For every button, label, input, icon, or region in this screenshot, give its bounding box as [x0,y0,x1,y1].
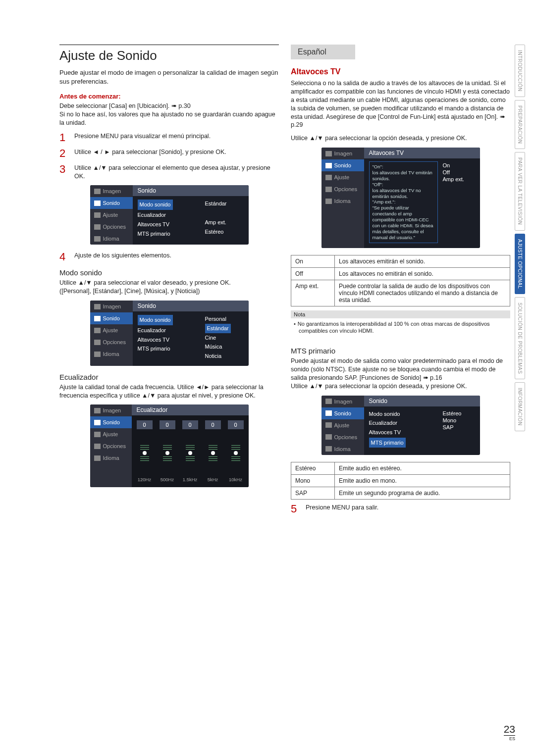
osd-tab-sonido: Sonido [90,197,133,209]
step-text: Utilice ◄ / ► para seleccionar [Sonido],… [74,148,279,156]
eq-value: 0 [205,420,221,429]
eq-value: 0 [182,420,198,429]
osd-values: Estéreo Mono SAP [443,409,475,449]
page-title: Ajuste de Sonido [59,48,279,63]
settings-icon [325,175,332,180]
osd-tab-idioma: Idioma [90,452,132,464]
altavoces-table: OnLos altavoces emitirán el sonido. OffL… [291,255,510,306]
osd-tab-imagen: Imagen [321,148,364,159]
settings-icon [94,212,101,218]
section-tab-active: AJUSTE OPCIONAL [515,234,525,294]
section-tab: INFORMACIÓN [515,382,525,431]
page-number: 23 ES [504,723,515,741]
osd-items: Modo sonido Ecualizador Altavoces TV MTS… [138,199,202,238]
osd-sonido-2: Imagen Sonido Ajuste Opciones Idioma Son… [90,301,249,365]
osd-title: Sonido [133,301,249,311]
osd-title: Sonido [364,396,480,406]
step-number: 1 [59,132,69,143]
osd-tab-sonido: Sonido [321,159,364,171]
osd-sidebar: Imagen Sonido Ajuste Opciones Idioma [90,404,132,487]
before-body: Debe seleccionar [Casa] en [Ubicación]. … [59,102,279,127]
intro-text: Puede ajustar el modo de imagen o person… [59,68,279,86]
options-icon [325,187,332,192]
eq-slider [228,434,244,472]
eq-slider [137,434,153,472]
altavoces-body: Selecciona o no la salida de audio a tra… [291,79,510,129]
mts-body: Puede ajustar el modo de salida como val… [291,357,510,391]
step-5: 5 Presione MENU para salir. [291,504,510,514]
step-text: Utilice ▲/▼ para seleccionar el elemento… [74,164,279,181]
options-icon [94,224,101,230]
mts-table: EstéreoEmite audio en estéreo. MonoEmite… [291,462,510,500]
step-number: 2 [59,148,69,159]
osd-title: Ecualizador [132,404,249,415]
step-number: 5 [291,504,301,514]
language-icon [94,352,101,357]
eq-slider [160,434,175,472]
options-icon [94,340,101,345]
osd-tab-ajuste: Ajuste [90,428,132,440]
picture-icon [325,399,332,404]
language-icon [325,199,332,204]
options-icon [94,444,101,449]
eq-body: Ajuste la calidad tonal de cada frecuenc… [59,383,279,400]
table-row: SAPEmite un segundo programa de audio. [291,487,510,499]
section-tab: PARA VER LA TELEVISIÓN [515,152,525,230]
eq-value: 0 [160,420,175,429]
sound-icon [94,201,101,206]
language-icon [94,455,101,461]
osd-altavoces: Imagen Sonido Ajuste Opciones Idioma Alt… [321,148,480,248]
table-row: MonoEmite audio en mono. [291,474,510,487]
osd-tab-sonido: Sonido [90,312,133,324]
osd-tab-ajuste: Ajuste [321,171,364,183]
osd-tab-opciones: Opciones [321,183,364,195]
osd-tab-ajuste: Ajuste [90,209,133,221]
language-icon [94,236,101,242]
eq-value: 0 [228,420,244,429]
osd-sonido-1: Imagen Sonido Ajuste Opciones Idioma Son… [90,185,249,245]
osd-tab-ajuste: Ajuste [321,419,364,431]
options-icon [325,434,332,440]
picture-icon [94,304,101,309]
language-tab: Español [291,45,355,59]
altavoces-body2: Utilice ▲/▼ para seleccionar la opción d… [291,134,510,143]
altavoces-heading: Altavoces TV [291,67,510,76]
eq-value: 0 [137,420,153,429]
osd-mts: Imagen Sonido Ajuste Opciones Idioma Son… [321,396,480,455]
osd-tab-imagen: Imagen [90,301,133,312]
osd-sidebar: Imagen Sonido Ajuste Opciones Idioma [321,148,364,248]
osd-title: Sonido [133,185,249,196]
osd-tab-opciones: Opciones [90,440,132,452]
before-heading: Antes de comenzar: [59,93,279,100]
section-tabs: INTRODUCCIÓN PREPARACIÓN PARA VER LA TEL… [515,45,525,431]
sound-icon [94,420,101,425]
sound-icon [325,163,332,168]
osd-items: Modo sonido Ecualizador Altavoces TV MTS… [369,409,440,449]
settings-icon [94,432,101,437]
osd-tab-imagen: Imagen [321,396,364,407]
osd-tab-sonido: Sonido [90,416,132,428]
osd-tab-sonido: Sonido [321,407,364,419]
table-row: OffLos altavoces no emitirán el sonido. [291,267,510,280]
table-row: OnLos altavoces emitirán el sonido. [291,255,510,267]
table-row: Amp ext.Puede controlar la salida de aud… [291,280,510,306]
picture-icon [325,151,332,156]
osd-sidebar: Imagen Sonido Ajuste Opciones Idioma [321,396,364,455]
osd-tab-idioma: Idioma [90,348,133,360]
step-4: 4 Ajuste de los siguientes elementos. [59,252,279,262]
modo-sonido-heading: Modo sonido [59,268,279,277]
step-text: Ajuste de los siguientes elementos. [74,252,279,260]
osd-ecualizador: Imagen Sonido Ajuste Opciones Idioma Ecu… [90,404,249,487]
note-label: Nota [291,310,510,318]
language-icon [325,446,332,452]
settings-icon [325,422,332,428]
osd-tab-idioma: Idioma [90,233,133,245]
osd-info-panel: "On": los altavoces del TV emitirán soni… [369,161,438,243]
osd-values: Estándar Amp ext. Estéreo [205,199,244,238]
step-1: 1 Presione MENU para visualizar el menú … [59,132,279,143]
osd-sidebar: Imagen Sonido Ajuste Opciones Idioma [90,185,133,245]
mts-heading: MTS primario [291,347,510,355]
osd-values: Personal Estándar Cine Música Noticia [205,314,244,360]
eq-labels: 120Hz500Hz1.5kHz5kHz10kHz [137,477,244,482]
note-body: No garantizamos la interoperabilidad al … [291,318,510,339]
